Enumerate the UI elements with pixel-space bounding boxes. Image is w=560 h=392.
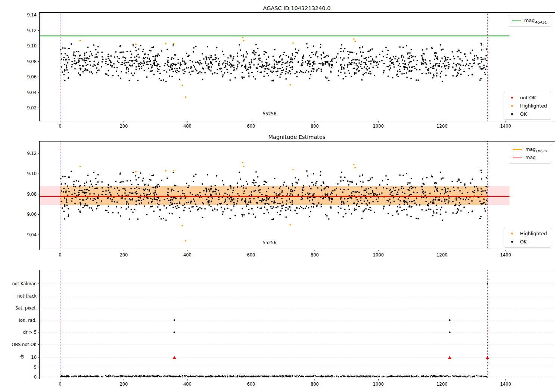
y-tick-label: 9.04	[16, 90, 37, 96]
x-tick-label: 400	[176, 123, 199, 129]
x-tick-label: 800	[304, 123, 326, 129]
ok-marker-swatch-2	[508, 241, 517, 243]
ok-scatter	[60, 43, 488, 82]
green-line-swatch	[512, 21, 521, 21]
flag-point	[449, 332, 451, 333]
x-tick-label: 600	[240, 123, 262, 129]
x-tick-label: 800	[304, 381, 326, 387]
plot3-axes: not Kalmannot trackSat. pixel.Ion. rad.d…	[39, 270, 555, 379]
highlighted-marker-swatch-2	[508, 233, 517, 234]
x-tick-label: 400	[176, 252, 199, 258]
not-ok-marker-swatch	[508, 97, 517, 99]
y-tick-label: 9.02	[16, 105, 37, 111]
legend-label-ok-2: OK	[520, 239, 527, 245]
y-tick-label: 9.12	[16, 150, 37, 156]
plot1-canvas	[40, 13, 555, 121]
plot3-canvas	[40, 270, 555, 379]
legend-label-mag-agasc: magAGASC	[524, 18, 547, 24]
legend-label-mag: mag	[525, 155, 536, 161]
flag-point	[174, 319, 175, 321]
obsid-error-band	[60, 186, 488, 205]
plot2-axes: 02004006008001000120014009.049.069.089.1…	[39, 141, 555, 250]
x-tick-label: 1400	[494, 252, 517, 258]
y-tick-label: 9.14	[16, 12, 37, 18]
legend-label-not-ok: not OK	[520, 95, 536, 100]
flag-tick-label: not Kalman	[1, 281, 37, 287]
legend-mag-lines: magOBSID mag	[509, 144, 551, 164]
highlighted-marker-swatch	[508, 105, 517, 107]
dr-tick-label: 0	[16, 374, 37, 380]
plot1-obsid-annotation: 55256	[232, 111, 307, 116]
y-tick-label: 9.06	[16, 211, 37, 217]
x-tick-label: 1200	[431, 252, 453, 258]
flag-tick-label: OBS not OK	[1, 342, 37, 348]
x-tick-label: 1000	[367, 252, 389, 258]
x-tick-label: 400	[176, 381, 199, 387]
flag-point	[449, 319, 451, 321]
x-tick-label: 600	[240, 381, 262, 387]
ok-marker-swatch	[508, 113, 517, 115]
plot2-title: Magnitude Estimates	[39, 134, 554, 140]
legend-entry-highlighted-2: Highlighted	[508, 230, 547, 237]
legend-plot1-markers: not OK Highlighted OK	[504, 92, 551, 120]
red-line-swatch	[513, 158, 522, 158]
y-tick-label: 9.12	[16, 28, 37, 34]
x-tick-label: 1000	[367, 381, 389, 387]
legend-label-highlighted-2: Highlighted	[520, 231, 547, 236]
x-tick-label: 200	[112, 123, 135, 129]
x-tick-label: 1200	[431, 381, 453, 387]
x-tick-label: 200	[112, 381, 135, 387]
dr-scatter	[60, 374, 487, 377]
dr-clipped-marker	[448, 356, 451, 359]
x-tick-label: 1000	[367, 123, 389, 129]
y-tick-label: 9.04	[16, 232, 37, 238]
flag-tick-label: Ion. rad.	[1, 317, 37, 323]
y-tick-label: 9.10	[16, 43, 37, 49]
legend-entry-mag-obsid: magOBSID	[513, 146, 547, 153]
flag-tick-label: not track	[1, 293, 37, 299]
legend-entry-highlighted: Highlighted	[508, 103, 547, 109]
flag-point	[174, 332, 175, 333]
legend-mag-agasc: magAGASC	[508, 15, 551, 27]
x-tick-label: 0	[49, 252, 71, 258]
figure: AGASC ID 1043213240.0 Magnitude Estimate…	[0, 0, 560, 392]
legend-entry-not-ok: not OK	[508, 94, 547, 101]
plot1-title: AGASC ID 1043213240.0	[39, 5, 554, 11]
dr-axis-label: dr	[19, 352, 25, 361]
y-tick-label: 9.08	[16, 191, 37, 197]
x-tick-label: 1400	[494, 381, 517, 387]
x-tick-label: 0	[49, 381, 71, 387]
x-tick-label: 1400	[494, 123, 517, 129]
legend-plot2-markers: Highlighted OK	[504, 228, 551, 248]
x-tick-label: 0	[49, 123, 71, 129]
y-tick-label: 9.08	[16, 59, 37, 65]
plot2-obsid-annotation: 55256	[232, 240, 307, 245]
y-tick-label: 9.10	[16, 171, 37, 177]
dr-tick-label: 5	[16, 364, 37, 370]
legend-entry-mag-agasc: magAGASC	[512, 18, 547, 24]
legend-label-ok: OK	[520, 111, 527, 117]
x-tick-label: 1200	[431, 123, 453, 129]
legend-entry-mag: mag	[513, 155, 547, 161]
legend-label-highlighted: Highlighted	[520, 103, 547, 109]
legend-entry-ok-2: OK	[508, 239, 547, 245]
x-tick-label: 800	[304, 252, 326, 258]
legend-label-mag-obsid: magOBSID	[525, 146, 547, 153]
plot1-axes: 02004006008001000120014009.029.049.069.0…	[39, 12, 555, 121]
x-tick-label: 200	[112, 252, 135, 258]
y-tick-label: 9.06	[16, 74, 37, 80]
flag-tick-label: dr > 5	[1, 329, 37, 335]
plot2-canvas	[40, 141, 555, 250]
x-tick-label: 600	[240, 252, 262, 258]
flag-tick-label: Sat. pixel.	[1, 305, 37, 311]
orange-line-swatch	[513, 149, 522, 150]
legend-entry-ok: OK	[508, 111, 547, 117]
